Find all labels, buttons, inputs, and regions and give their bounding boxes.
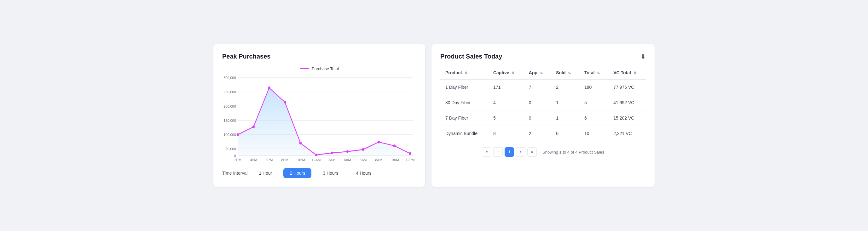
data-point — [378, 141, 380, 144]
cell-total: 10 — [579, 126, 608, 141]
cell-product: 7 Day Fiber — [440, 111, 488, 126]
legend-line-icon — [300, 68, 309, 69]
table-header: Product ⇅ Captive ⇅ App ⇅ Sold ⇅ — [440, 66, 646, 79]
cell-vc-total: 2,221 VC — [608, 126, 646, 141]
cell-captive: 171 — [488, 79, 524, 95]
svg-text:2PM: 2PM — [234, 158, 241, 161]
cell-sold: 1 — [551, 95, 579, 111]
svg-text:100,000: 100,000 — [223, 133, 236, 137]
cell-captive: 4 — [488, 95, 524, 111]
svg-text:250,000: 250,000 — [223, 90, 236, 94]
svg-text:8AM: 8AM — [375, 158, 382, 161]
cell-sold: 2 — [551, 79, 579, 95]
cell-app: 2 — [524, 126, 551, 141]
sort-icon-app[interactable]: ⇅ — [540, 71, 543, 75]
sort-icon-sold[interactable]: ⇅ — [568, 71, 571, 75]
chart-area: 300,000 250,000 200,000 150,000 100,000 … — [222, 74, 416, 162]
cell-total: 180 — [579, 79, 608, 95]
col-vc-total: VC Total ⇅ — [608, 66, 646, 79]
cell-vc-total: 77,976 VC — [608, 79, 646, 95]
interval-2hours-button[interactable]: 2 Hours — [283, 168, 311, 178]
pagination-info: Showing 1 to 4 of 4 Product Sales — [542, 150, 604, 155]
pagination-next-button[interactable]: › — [516, 147, 525, 157]
sort-icon-total[interactable]: ⇅ — [597, 71, 600, 75]
sort-icon-vc-total[interactable]: ⇅ — [633, 71, 637, 75]
legend-label: Purchase Total — [312, 66, 339, 71]
data-point — [315, 154, 317, 156]
cell-product: 30 Day Fiber — [440, 95, 488, 111]
interval-1hour-button[interactable]: 1 Hour — [252, 168, 278, 178]
svg-text:4AM: 4AM — [344, 158, 351, 161]
svg-text:12AM: 12AM — [312, 158, 320, 161]
data-point — [362, 148, 364, 151]
cell-captive: 8 — [488, 126, 524, 141]
sort-icon-product[interactable]: ⇅ — [465, 71, 467, 75]
pagination-page-1-button[interactable]: 1 — [505, 147, 514, 157]
pagination-first-button[interactable]: « — [482, 147, 491, 157]
col-product: Product ⇅ — [440, 66, 488, 79]
cell-total: 5 — [579, 95, 608, 111]
cell-vc-total: 15,202 VC — [608, 111, 646, 126]
svg-text:0: 0 — [234, 154, 236, 157]
pagination-prev-button[interactable]: ‹ — [493, 147, 503, 157]
col-app: App ⇅ — [524, 66, 551, 79]
col-captive: Captive ⇅ — [488, 66, 524, 79]
cell-sold: 1 — [551, 111, 579, 126]
download-button[interactable]: ⬇ — [641, 53, 646, 61]
table-row: Dynamic Bundle 8 2 0 10 2,221 VC — [440, 126, 646, 141]
svg-text:6PM: 6PM — [266, 158, 273, 161]
chart-svg: 300,000 250,000 200,000 150,000 100,000 … — [222, 74, 416, 162]
cell-product: Dynamic Bundle — [440, 126, 488, 141]
data-point — [346, 150, 349, 153]
svg-text:300,000: 300,000 — [223, 76, 236, 80]
table-body: 1 Day Fiber 171 7 2 180 77,976 VC 30 Day… — [440, 79, 646, 141]
svg-text:8PM: 8PM — [281, 158, 288, 161]
interval-3hours-button[interactable]: 3 Hours — [316, 168, 344, 178]
svg-text:10AM: 10AM — [390, 158, 399, 161]
data-point — [252, 125, 255, 128]
peak-purchases-title: Peak Purchases — [222, 53, 416, 60]
pagination-last-button[interactable]: » — [527, 147, 537, 157]
svg-text:150,000: 150,000 — [223, 118, 236, 122]
data-point — [331, 152, 333, 155]
time-interval-section: Time Interval 1 Hour 2 Hours 3 Hours 4 H… — [222, 168, 416, 178]
data-point — [299, 142, 302, 145]
svg-text:4PM: 4PM — [250, 158, 257, 161]
svg-text:2AM: 2AM — [329, 158, 335, 161]
cell-app: 0 — [524, 95, 551, 111]
time-interval-label: Time Interval — [222, 170, 247, 176]
data-point — [409, 152, 411, 155]
table-header-row: Product ⇅ Captive ⇅ App ⇅ Sold ⇅ — [440, 66, 646, 79]
data-point — [284, 101, 286, 104]
dashboard: Peak Purchases Purchase Total — [213, 44, 655, 187]
product-sales-card: Product Sales Today ⬇ Product ⇅ Captive … — [432, 44, 655, 187]
data-point — [268, 86, 271, 89]
chart-legend: Purchase Total — [222, 66, 416, 71]
col-sold: Sold ⇅ — [551, 66, 579, 79]
cell-sold: 0 — [551, 126, 579, 141]
table-row: 7 Day Fiber 5 0 1 6 15,202 VC — [440, 111, 646, 126]
data-point — [237, 133, 239, 136]
data-point — [393, 145, 396, 147]
pagination: « ‹ 1 › » Showing 1 to 4 of 4 Product Sa… — [440, 147, 646, 157]
cell-product: 1 Day Fiber — [440, 79, 488, 95]
cell-app: 7 — [524, 79, 551, 95]
svg-text:12PM: 12PM — [406, 158, 414, 161]
cell-captive: 5 — [488, 111, 524, 126]
svg-text:10PM: 10PM — [296, 158, 305, 161]
col-total: Total ⇅ — [579, 66, 608, 79]
svg-text:50,000: 50,000 — [225, 147, 236, 151]
table-row: 30 Day Fiber 4 0 1 5 41,992 VC — [440, 95, 646, 111]
cell-vc-total: 41,992 VC — [608, 95, 646, 111]
peak-purchases-card: Peak Purchases Purchase Total — [213, 44, 425, 187]
chart-fill-area — [238, 88, 410, 155]
interval-4hours-button[interactable]: 4 Hours — [349, 168, 378, 178]
product-sales-table: Product ⇅ Captive ⇅ App ⇅ Sold ⇅ — [440, 66, 646, 141]
sort-icon-captive[interactable]: ⇅ — [512, 71, 515, 75]
cell-app: 0 — [524, 111, 551, 126]
table-row: 1 Day Fiber 171 7 2 180 77,976 VC — [440, 79, 646, 95]
svg-text:200,000: 200,000 — [223, 104, 236, 108]
product-sales-title: Product Sales Today — [440, 53, 646, 60]
svg-text:6AM: 6AM — [360, 158, 367, 161]
cell-total: 6 — [579, 111, 608, 126]
